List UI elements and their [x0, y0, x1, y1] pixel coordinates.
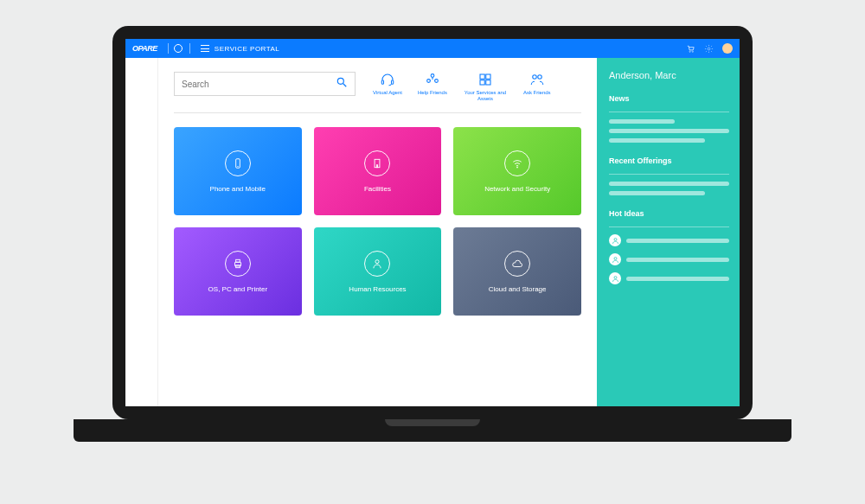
placeholder-line	[609, 119, 675, 124]
settings-icon[interactable]	[704, 44, 714, 54]
svg-point-3	[337, 78, 343, 84]
placeholder-line	[626, 258, 729, 262]
svg-point-14	[533, 75, 537, 80]
app-window: OPARE SERVICE PORTAL	[125, 39, 740, 406]
tile-phone-mobile[interactable]: Phone and Mobile	[174, 127, 302, 215]
divider	[609, 112, 729, 112]
people-icon	[425, 72, 440, 87]
quicklink-services-assets[interactable]: Your Services and Assets	[463, 72, 508, 102]
phone-icon	[225, 150, 251, 176]
search-box[interactable]	[174, 72, 356, 96]
svg-point-29	[614, 238, 617, 240]
menu-icon[interactable]	[201, 45, 209, 52]
laptop-notch	[385, 419, 480, 426]
svg-point-7	[431, 74, 434, 78]
sidebar-section-recent: Recent Offerings	[609, 156, 729, 165]
placeholder-line	[609, 138, 705, 143]
user-icon	[609, 234, 621, 246]
user-icon	[609, 253, 621, 265]
user-avatar[interactable]	[722, 43, 733, 54]
svg-point-24	[517, 167, 518, 168]
headset-icon	[380, 72, 395, 87]
globe-icon[interactable]	[174, 44, 183, 53]
sidebar: Anderson, Marc News Recent Offerings Hot…	[597, 58, 740, 406]
tile-label: Facilities	[364, 185, 391, 193]
tile-label: Cloud and Storage	[489, 285, 547, 293]
tile-label: Human Resources	[349, 285, 406, 293]
svg-rect-11	[486, 74, 490, 79]
cart-icon[interactable]	[686, 44, 695, 54]
svg-rect-10	[480, 74, 484, 79]
quicklink-ask-friends[interactable]: Ask Friends	[523, 72, 551, 102]
svg-point-30	[614, 257, 617, 259]
quicklink-label: Ask Friends	[523, 90, 551, 96]
tile-label: Network and Security	[484, 185, 550, 193]
building-icon	[364, 150, 390, 176]
svg-point-15	[538, 75, 542, 80]
tile-label: Phone and Mobile	[210, 185, 266, 193]
svg-point-31	[614, 276, 617, 278]
laptop-frame: OPARE SERVICE PORTAL	[112, 26, 753, 442]
svg-point-9	[435, 80, 439, 83]
svg-rect-26	[235, 259, 240, 262]
wifi-icon	[504, 150, 530, 176]
person-icon	[364, 251, 390, 277]
main-content: Virtual Agent Help Friends	[158, 58, 597, 406]
divider	[609, 174, 729, 175]
idea-row[interactable]	[609, 272, 729, 284]
divider	[168, 43, 169, 54]
placeholder-line	[609, 191, 705, 195]
divider	[174, 112, 581, 113]
tile-facilities[interactable]: Facilities	[314, 127, 442, 215]
sidebar-section-news: News	[609, 94, 729, 103]
app-title: SERVICE PORTAL	[215, 45, 279, 53]
pair-icon	[529, 72, 545, 87]
laptop-screen-bezel: OPARE SERVICE PORTAL	[112, 26, 753, 419]
left-rail	[125, 58, 158, 406]
laptop-base	[74, 419, 791, 442]
svg-point-0	[689, 51, 690, 52]
svg-rect-6	[391, 80, 393, 85]
tile-os-pc-printer[interactable]: OS, PC and Printer	[174, 227, 302, 316]
cloud-icon	[504, 251, 530, 277]
search-input[interactable]	[182, 80, 336, 89]
svg-point-1	[692, 51, 693, 52]
tile-cloud-storage[interactable]: Cloud and Storage	[453, 227, 581, 316]
divider	[609, 226, 729, 227]
brand-logo: OPARE	[132, 44, 157, 53]
user-icon	[609, 272, 621, 284]
svg-rect-13	[486, 80, 490, 85]
tile-grid: Phone and Mobile Facilities	[174, 127, 581, 316]
placeholder-line	[626, 239, 729, 243]
svg-rect-23	[377, 164, 378, 167]
topbar: OPARE SERVICE PORTAL	[125, 39, 740, 58]
quicklink-help-friends[interactable]: Help Friends	[418, 72, 447, 102]
placeholder-line	[609, 129, 729, 133]
tile-network-security[interactable]: Network and Security	[453, 127, 581, 215]
svg-point-28	[375, 259, 379, 263]
sidebar-user-name: Anderson, Marc	[609, 70, 729, 80]
svg-rect-5	[381, 80, 383, 85]
placeholder-line	[626, 277, 729, 281]
divider	[189, 43, 190, 54]
tile-label: OS, PC and Printer	[208, 285, 267, 293]
tile-human-resources[interactable]: Human Resources	[314, 227, 442, 316]
quick-links: Virtual Agent Help Friends	[368, 72, 581, 102]
quicklink-label: Help Friends	[418, 90, 447, 96]
placeholder-line	[609, 182, 729, 186]
search-icon[interactable]	[336, 76, 348, 92]
idea-row[interactable]	[609, 234, 729, 246]
svg-rect-12	[480, 80, 484, 85]
quicklink-label: Virtual Agent	[373, 90, 402, 96]
top-row: Virtual Agent Help Friends	[174, 72, 581, 102]
svg-point-8	[427, 80, 431, 83]
printer-icon	[225, 251, 251, 277]
svg-point-2	[708, 48, 710, 50]
grid-icon	[477, 72, 493, 87]
quicklink-label: Your Services and Assets	[463, 90, 508, 102]
svg-rect-18	[375, 159, 381, 167]
idea-row[interactable]	[609, 253, 729, 265]
body-row: Virtual Agent Help Friends	[125, 58, 740, 406]
quicklink-virtual-agent[interactable]: Virtual Agent	[373, 72, 402, 102]
sidebar-section-hot-ideas: Hot Ideas	[609, 209, 729, 218]
